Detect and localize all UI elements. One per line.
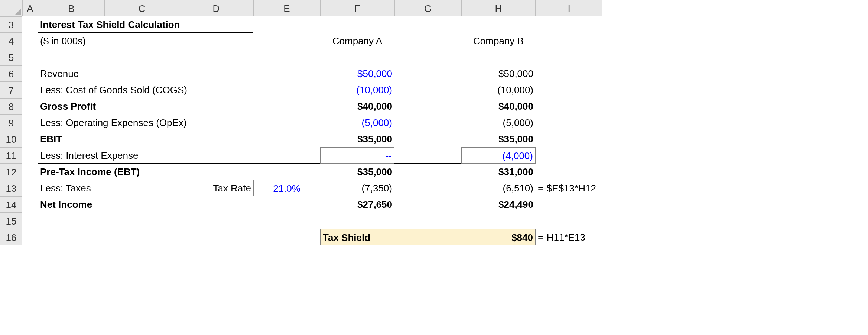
- cell-F4[interactable]: Company A: [320, 33, 394, 49]
- cell-G4[interactable]: [394, 33, 461, 49]
- cell-A4[interactable]: [22, 33, 38, 49]
- cell-E9[interactable]: [253, 115, 320, 131]
- cell-D16[interactable]: [179, 229, 253, 245]
- cell-C15[interactable]: [105, 213, 179, 229]
- cell-I13[interactable]: =-$E$13*H12: [536, 180, 602, 196]
- cell-B10[interactable]: EBIT: [38, 131, 253, 147]
- cell-I12[interactable]: [536, 164, 602, 180]
- cell-D5[interactable]: [179, 49, 253, 65]
- cell-H4[interactable]: Company B: [461, 33, 536, 49]
- cell-H12[interactable]: $31,000: [461, 164, 536, 180]
- cell-I6[interactable]: [536, 65, 602, 82]
- cell-H3[interactable]: [461, 16, 536, 33]
- cell-F8[interactable]: $40,000: [320, 98, 394, 115]
- cell-H14[interactable]: $24,490: [461, 196, 536, 213]
- cell-A7[interactable]: [22, 82, 38, 98]
- col-header-C[interactable]: C: [105, 0, 179, 16]
- cell-F3[interactable]: [320, 16, 394, 33]
- cell-B4[interactable]: ($ in 000s): [38, 33, 253, 49]
- row-header-7[interactable]: 7: [0, 82, 22, 98]
- cell-E7[interactable]: [253, 82, 320, 98]
- cell-G5[interactable]: [394, 49, 461, 65]
- cell-B16[interactable]: [38, 229, 105, 245]
- cell-C5[interactable]: [105, 49, 179, 65]
- cell-I7[interactable]: [536, 82, 602, 98]
- cell-G7[interactable]: [394, 82, 461, 98]
- cell-H6[interactable]: $50,000: [461, 65, 536, 82]
- cell-A13[interactable]: [22, 180, 38, 196]
- cell-A12[interactable]: [22, 164, 38, 180]
- cell-I8[interactable]: [536, 98, 602, 115]
- cell-B9[interactable]: Less: Operating Expenses (OpEx): [38, 115, 253, 131]
- row-header-8[interactable]: 8: [0, 98, 22, 115]
- cell-I4[interactable]: [536, 33, 602, 49]
- cell-E5[interactable]: [253, 49, 320, 65]
- cell-B3[interactable]: Interest Tax Shield Calculation: [38, 16, 253, 33]
- row-header-6[interactable]: 6: [0, 65, 22, 82]
- cell-I9[interactable]: [536, 115, 602, 131]
- col-header-I[interactable]: I: [536, 0, 602, 16]
- cell-C13[interactable]: [105, 180, 179, 196]
- cell-A3[interactable]: [22, 16, 38, 33]
- cell-G13[interactable]: [394, 180, 461, 196]
- row-header-3[interactable]: 3: [0, 16, 22, 33]
- cell-B15[interactable]: [38, 213, 105, 229]
- cell-G9[interactable]: [394, 115, 461, 131]
- cell-F11[interactable]: --: [320, 147, 394, 164]
- cell-A6[interactable]: [22, 65, 38, 82]
- cell-E11[interactable]: [253, 147, 320, 164]
- row-header-9[interactable]: 9: [0, 115, 22, 131]
- cell-F15[interactable]: [320, 213, 394, 229]
- cell-G11[interactable]: [394, 147, 461, 164]
- cell-F13[interactable]: (7,350): [320, 180, 394, 196]
- cell-G14[interactable]: [394, 196, 461, 213]
- cell-E15[interactable]: [253, 213, 320, 229]
- cell-F6[interactable]: $50,000: [320, 65, 394, 82]
- cell-H10[interactable]: $35,000: [461, 131, 536, 147]
- cell-I10[interactable]: [536, 131, 602, 147]
- cell-B6[interactable]: Revenue: [38, 65, 253, 82]
- cell-E14[interactable]: [253, 196, 320, 213]
- col-header-A[interactable]: A: [22, 0, 38, 16]
- cell-E16[interactable]: [253, 229, 320, 245]
- cell-A8[interactable]: [22, 98, 38, 115]
- cell-H13[interactable]: (6,510): [461, 180, 536, 196]
- cell-E8[interactable]: [253, 98, 320, 115]
- cell-F14[interactable]: $27,650: [320, 196, 394, 213]
- row-header-12[interactable]: 12: [0, 164, 22, 180]
- cell-H7[interactable]: (10,000): [461, 82, 536, 98]
- row-header-16[interactable]: 16: [0, 229, 22, 245]
- cell-F7[interactable]: (10,000): [320, 82, 394, 98]
- cell-A10[interactable]: [22, 131, 38, 147]
- cell-A9[interactable]: [22, 115, 38, 131]
- cell-B8[interactable]: Gross Profit: [38, 98, 253, 115]
- cell-G12[interactable]: [394, 164, 461, 180]
- cell-H9[interactable]: (5,000): [461, 115, 536, 131]
- cell-H8[interactable]: $40,000: [461, 98, 536, 115]
- cell-I5[interactable]: [536, 49, 602, 65]
- cell-A11[interactable]: [22, 147, 38, 164]
- col-header-F[interactable]: F: [320, 0, 394, 16]
- cell-I15[interactable]: [536, 213, 602, 229]
- cell-D13[interactable]: Tax Rate: [179, 180, 253, 196]
- col-header-G[interactable]: G: [394, 0, 461, 16]
- cell-E3[interactable]: [253, 16, 320, 33]
- cell-H11[interactable]: (4,000): [461, 147, 536, 164]
- cell-F16[interactable]: Tax Shield: [320, 229, 461, 245]
- cell-H5[interactable]: [461, 49, 536, 65]
- cell-E10[interactable]: [253, 131, 320, 147]
- cell-I11[interactable]: [536, 147, 602, 164]
- cell-G8[interactable]: [394, 98, 461, 115]
- col-header-B[interactable]: B: [38, 0, 105, 16]
- cell-F9[interactable]: (5,000): [320, 115, 394, 131]
- cell-I14[interactable]: [536, 196, 602, 213]
- row-header-4[interactable]: 4: [0, 33, 22, 49]
- cell-F12[interactable]: $35,000: [320, 164, 394, 180]
- cell-A15[interactable]: [22, 213, 38, 229]
- cell-A16[interactable]: [22, 229, 38, 245]
- row-header-13[interactable]: 13: [0, 180, 22, 196]
- cell-B11[interactable]: Less: Interest Expense: [38, 147, 253, 164]
- cell-H15[interactable]: [461, 213, 536, 229]
- cell-B14[interactable]: Net Income: [38, 196, 253, 213]
- cell-B12[interactable]: Pre-Tax Income (EBT): [38, 164, 253, 180]
